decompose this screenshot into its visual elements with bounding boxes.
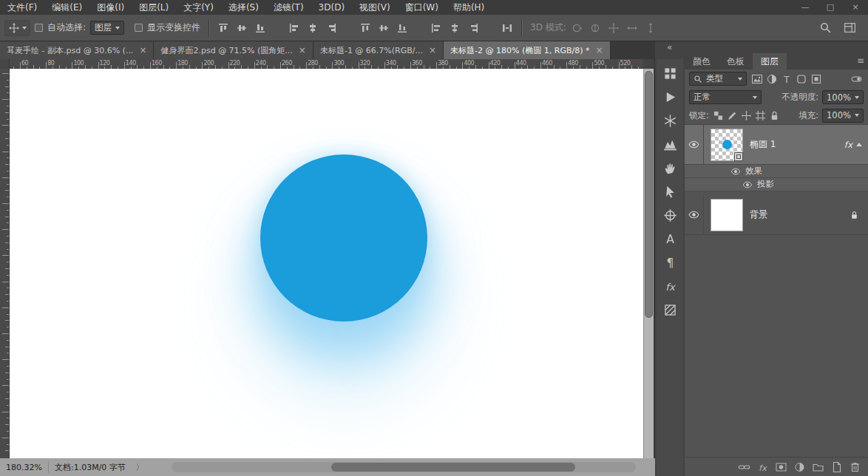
layer-fx-indicator[interactable]: fx [844,140,862,150]
eye-icon[interactable] [742,181,753,188]
link-layers-icon[interactable] [738,461,750,473]
slide-3d-icon[interactable] [626,22,638,34]
menu-item[interactable]: 选择(S) [221,0,266,15]
layer-row-ellipse-1[interactable]: 椭圆 1 fx [685,125,868,165]
menu-item[interactable]: 图层(L) [132,0,176,15]
styles-panel-icon[interactable]: fx [663,279,677,293]
document-tab[interactable]: 未标题-2 @ 180% (椭圆 1, RGB/8) *× [444,41,610,59]
menu-item[interactable]: 图像(I) [89,0,132,15]
document-tab[interactable]: 健身界面2.psd @ 71.5% (圆角矩...× [154,41,313,59]
patterns-panel-icon[interactable] [663,303,677,317]
layer-filter-type-dropdown[interactable]: 类型 [689,72,747,86]
drop-shadow-effect-row[interactable]: 投影 [685,178,868,191]
opacity-field[interactable]: 100% [822,90,864,104]
search-icon[interactable] [819,21,832,34]
align-horizontal-centers-icon[interactable] [307,22,319,34]
minimize-button[interactable]: — [793,0,818,15]
document-tab[interactable]: 未标题-1 @ 66.7%(RGB/...× [313,41,444,59]
close-tab-icon[interactable]: × [595,46,603,55]
layer-thumbnail-ellipse[interactable] [711,129,743,161]
character-panel-icon[interactable]: A [663,232,677,246]
collections-grid-icon[interactable] [663,67,677,81]
vertical-scrollbar-thumb[interactable] [645,71,653,318]
snowflake-3d-icon[interactable] [663,114,677,128]
distribute-spacing-icon[interactable] [501,22,513,34]
roll-3d-icon[interactable] [589,22,601,34]
distribute-left-edges-icon[interactable] [430,22,442,34]
type-layer-filter-icon[interactable]: T [780,73,793,85]
workspace-switcher-icon[interactable] [844,21,856,34]
distribute-right-edges-icon[interactable] [467,22,479,34]
horizontal-scrollbar[interactable] [172,462,636,472]
close-tab-icon[interactable]: × [299,46,306,55]
lock-artboard-icon[interactable] [755,110,766,121]
distribute-horizontal-centers-icon[interactable] [449,22,461,34]
menu-item[interactable]: 3D(D) [311,0,352,15]
filter-toggle-icon[interactable] [850,73,864,85]
paragraph-panel-icon[interactable]: ¶ [663,256,677,270]
panel-tab-图层[interactable]: 图层 [753,53,787,69]
lock-position-icon[interactable] [741,110,752,121]
layer-style-fx-icon[interactable]: fx [756,461,769,473]
smart-object-filter-icon[interactable] [810,73,823,85]
horizontal-scrollbar-thumb[interactable] [331,463,575,472]
blend-mode-dropdown[interactable]: 正常 [689,90,762,104]
new-layer-icon[interactable] [830,461,843,473]
delete-layer-icon[interactable] [849,461,861,473]
menu-item[interactable]: 窗口(W) [398,0,446,15]
actions-play-icon[interactable] [663,90,677,104]
panel-menu-icon[interactable]: ≡ [857,55,864,66]
distribute-vertical-centers-icon[interactable] [378,22,390,34]
distribute-top-edges-icon[interactable] [359,22,371,34]
orbit-3d-icon[interactable] [571,22,583,34]
distribute-bottom-edges-icon[interactable] [396,22,408,34]
show-transform-checkbox[interactable] [135,24,143,32]
fill-field[interactable]: 100% [822,109,864,123]
adjustment-layer-filter-icon[interactable] [765,73,779,85]
new-adjustment-layer-icon[interactable] [793,461,806,473]
hand-tool-panel-icon[interactable] [663,161,677,175]
layer-thumbnail-background[interactable] [711,199,743,231]
vertical-scrollbar[interactable] [643,69,654,458]
menu-item[interactable]: 滤镜(T) [266,0,311,15]
visibility-toggle[interactable] [685,195,704,234]
shape-layer-filter-icon[interactable] [795,73,808,85]
lock-icon[interactable] [850,210,859,220]
add-layer-mask-icon[interactable] [775,461,787,473]
align-vertical-centers-icon[interactable] [236,22,248,34]
menu-item[interactable]: 文字(Y) [176,0,221,15]
menu-item[interactable]: 编辑(E) [44,0,89,15]
close-tab-icon[interactable]: × [139,46,146,55]
align-right-edges-icon[interactable] [325,22,337,34]
maximize-button[interactable]: □ [818,0,843,15]
status-flyout-arrow[interactable]: 〉 [132,462,149,473]
lock-all-icon[interactable] [769,110,780,121]
canvas[interactable] [10,69,643,458]
eye-icon[interactable] [730,168,741,175]
menu-item[interactable]: 文件(F) [0,0,44,15]
panel-tab-颜色[interactable]: 颜色 [685,53,719,69]
menu-item[interactable]: 帮助(H) [446,0,492,15]
zoom-level-field[interactable]: 180.32% [0,461,49,473]
pixel-layer-filter-icon[interactable] [750,73,764,85]
lock-image-pixels-icon[interactable] [727,110,738,121]
ellipse-shape[interactable] [260,154,427,322]
histogram-icon[interactable] [663,137,677,152]
close-tab-icon[interactable]: × [429,46,436,55]
new-group-icon[interactable] [812,461,824,473]
visibility-toggle[interactable] [685,125,704,164]
lock-transparent-pixels-icon[interactable] [713,110,724,121]
panel-tab-色板[interactable]: 色板 [719,53,753,69]
close-button[interactable]: × [843,0,868,15]
align-bottom-edges-icon[interactable] [254,22,266,34]
scale-3d-icon[interactable] [645,22,657,34]
selection-pointer-icon[interactable] [663,185,677,199]
menu-item[interactable]: 视图(V) [352,0,398,15]
effects-group-row[interactable]: 效果 [685,165,868,178]
align-left-edges-icon[interactable] [288,22,300,34]
document-tab[interactable]: 耳麦手绘 - 副本.psd @ 30.6% (...× [0,41,154,59]
auto-select-dropdown[interactable]: 图层 [90,21,124,35]
align-top-edges-icon[interactable] [217,22,229,34]
collapse-panels-button[interactable]: « [667,42,671,52]
pan-3d-icon[interactable] [608,22,620,34]
